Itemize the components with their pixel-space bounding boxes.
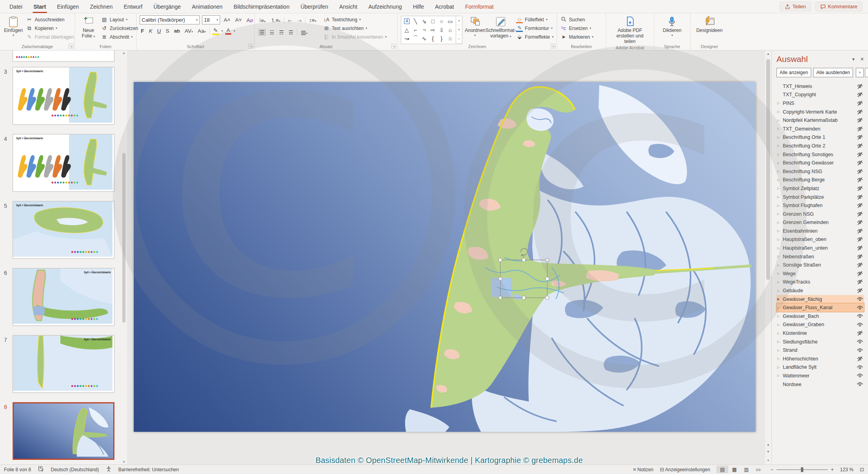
expand-triangle-icon[interactable]: ▷: [777, 161, 783, 165]
expand-triangle-icon[interactable]: ▷: [777, 340, 783, 343]
slide-thumbnail-7[interactable]: Sylt » Übersichtskarte: [13, 335, 114, 393]
expand-triangle-icon[interactable]: ▷: [777, 195, 783, 199]
font-size-combo[interactable]: 18▾: [202, 15, 220, 24]
layer-item-Symbol Zeltplatz[interactable]: ▷Symbol Zeltplatz: [776, 184, 864, 193]
paste-button[interactable]: Einfügen ▾: [3, 15, 24, 38]
expand-triangle-icon[interactable]: ▷: [777, 246, 783, 250]
expand-triangle-icon[interactable]: ▷: [777, 119, 783, 122]
font-dialog-launcher[interactable]: ↘: [249, 44, 253, 49]
move-down-button[interactable]: ˅: [865, 68, 868, 77]
zoom-slider[interactable]: − +: [771, 467, 834, 472]
expand-triangle-icon[interactable]: ▷: [777, 272, 783, 275]
drawing-dialog-launcher[interactable]: ↘: [551, 44, 556, 49]
shape-glyph-3[interactable]: ○: [437, 17, 446, 26]
strikethrough-button[interactable]: ab: [173, 28, 181, 34]
layer-item-Beschriftung NSG[interactable]: ▷Beschriftung NSG: [776, 167, 864, 176]
display-settings-button[interactable]: ⊟ Anzeigeeinstellungen: [660, 467, 710, 472]
layer-item-Wege[interactable]: ▷Wege: [776, 269, 864, 278]
adobe-pdf-button[interactable]: Adobe PDFerstellen und teilen: [609, 15, 651, 45]
expand-triangle-icon[interactable]: ▷: [777, 332, 783, 335]
eye-hidden-icon[interactable]: [855, 254, 864, 259]
layer-item-Beschriftung Berge[interactable]: ▷Beschriftung Berge: [776, 176, 864, 185]
shape-glyph-5[interactable]: △: [402, 26, 411, 34]
eye-visible-icon[interactable]: [855, 339, 864, 344]
shape-glyph-8[interactable]: ⇨: [428, 26, 437, 34]
eye-hidden-icon[interactable]: [855, 237, 864, 242]
tab-formformat[interactable]: Formformat: [460, 0, 499, 13]
shape-glyph-16[interactable]: ☆: [446, 34, 455, 43]
eye-visible-icon[interactable]: [855, 297, 864, 302]
align-center-button[interactable]: ☱: [268, 29, 275, 35]
layer-item-Symbol Flughafen[interactable]: ▷Symbol Flughafen: [776, 201, 864, 210]
shape-glyph-13[interactable]: ∿: [420, 34, 428, 43]
pane-dropdown-icon[interactable]: ▾: [852, 56, 855, 62]
layer-item-WegeTracks[interactable]: ▷WegeTracks: [776, 278, 864, 287]
tab-start[interactable]: Start: [28, 0, 52, 13]
text-direction-button[interactable]: ↕ATextrichtung ▾: [323, 15, 387, 24]
layer-item-Küstenlinie[interactable]: ▷Küstenlinie: [776, 329, 864, 338]
view-slideshow-button[interactable]: ▭: [752, 466, 764, 473]
bullets-button[interactable]: ⁝≡▾: [258, 17, 267, 24]
slide-2-thumbnail-partial[interactable]: [13, 50, 114, 62]
zoom-level[interactable]: 123 %: [840, 467, 853, 472]
slide-thumbnail-3[interactable]: Sylt » Übersichtskarte: [13, 67, 114, 125]
layer-item-Grenzen NSG[interactable]: ▷Grenzen NSG: [776, 210, 864, 218]
eye-visible-icon[interactable]: [855, 373, 864, 378]
layer-item-Strand[interactable]: ▷Strand: [776, 346, 864, 355]
decrease-indent-button[interactable]: ⇤: [287, 17, 294, 24]
layer-item-Sonstige Straßen[interactable]: ▷Sonstige Straßen: [776, 261, 864, 269]
zoom-out-button[interactable]: −: [771, 467, 773, 472]
hide-all-button[interactable]: Alle ausblenden: [813, 68, 853, 77]
expand-triangle-icon[interactable]: ▷: [777, 263, 783, 267]
tab-einfügen[interactable]: Einfügen: [52, 0, 84, 13]
tab-ansicht[interactable]: Ansicht: [334, 0, 363, 13]
shape-fill-button[interactable]: ◇Fülleffekt ▾: [516, 15, 554, 24]
select-button[interactable]: ➤Markieren ▾: [560, 33, 593, 41]
columns-button[interactable]: ▥▾: [299, 29, 309, 35]
shape-glyph-6[interactable]: ⌐: [411, 26, 420, 34]
eye-hidden-icon[interactable]: [855, 143, 864, 149]
eye-hidden-icon[interactable]: [855, 177, 864, 183]
layer-item-Nordsee[interactable]: Nordsee: [776, 380, 864, 389]
tab-animationen[interactable]: Animationen: [186, 0, 228, 13]
shape-glyph-15[interactable]: }: [437, 34, 446, 43]
tab-bildschirmpräsentation[interactable]: Bildschirmpräsentation: [228, 0, 295, 13]
layout-button[interactable]: ▤Layout ▾: [101, 15, 138, 24]
expand-triangle-icon[interactable]: ▷: [777, 357, 783, 360]
layer-item-Beschriftung Gewässer[interactable]: ▷Beschriftung Gewässer: [776, 159, 864, 167]
eye-hidden-icon[interactable]: [855, 220, 864, 225]
expand-triangle-icon[interactable]: ▷: [777, 366, 783, 369]
quick-styles-button[interactable]: Schnellformat-vorlagen ▾: [488, 15, 514, 40]
eye-visible-icon[interactable]: [855, 348, 864, 353]
shape-glyph-2[interactable]: □: [428, 17, 437, 26]
tab-überprüfen[interactable]: Überprüfen: [295, 0, 334, 13]
expand-triangle-icon[interactable]: ▷: [777, 221, 783, 224]
expand-triangle-icon[interactable]: ▷: [777, 127, 783, 131]
layer-item-TXT_Gemeinden[interactable]: ▷TXT_Gemeinden: [776, 125, 864, 133]
layer-item-Eisenbahnlinien[interactable]: ▷Eisenbahnlinien: [776, 227, 864, 235]
cut-button[interactable]: ✂Ausschneiden: [26, 15, 74, 24]
eye-hidden-icon[interactable]: [855, 169, 864, 174]
highlight-color-button[interactable]: ✎: [212, 27, 219, 35]
increase-indent-button[interactable]: ⇥: [296, 17, 303, 24]
new-slide-button[interactable]: NeueFolie ▾: [78, 15, 99, 40]
shape-effects-button[interactable]: ⬙Formeffekte ▾: [516, 33, 554, 41]
shape-glyph-1[interactable]: ⇘: [420, 17, 428, 26]
bold-button[interactable]: F: [140, 28, 145, 34]
show-all-button[interactable]: Alle anzeigen: [776, 68, 811, 77]
font-family-combo[interactable]: Calibri (Textkörper)▾: [140, 15, 200, 24]
language-status[interactable]: Deutsch (Deutschland): [51, 467, 99, 472]
align-text-button[interactable]: ⊞Text ausrichten ▾: [323, 24, 387, 32]
shape-gallery[interactable]: A ╲⇘□○▭△⌐¬⇨⇩⌂↝⌒∿{}☆: [401, 16, 456, 44]
layer-item-Hauptstraßen_oben[interactable]: ▷Hauptstraßen_oben: [776, 235, 864, 244]
eye-hidden-icon[interactable]: [855, 279, 864, 285]
layer-item-Beschriftung Sonstiges[interactable]: ▷Beschriftung Sonstiges: [776, 150, 864, 159]
smartart-button[interactable]: ⬱In SmartArt konvertieren ▾: [323, 33, 387, 41]
tab-acrobat[interactable]: Acrobat: [430, 0, 460, 13]
eye-hidden-icon[interactable]: [855, 118, 864, 123]
layer-item-Gebäude[interactable]: ▷Gebäude: [776, 286, 864, 295]
dictate-button[interactable]: Diktieren ▾: [660, 15, 684, 38]
expand-triangle-icon[interactable]: ▷: [777, 212, 783, 216]
expand-triangle-icon[interactable]: ▷: [777, 187, 783, 190]
thumbnail-scrollbar[interactable]: ▲ ▼: [122, 50, 126, 465]
